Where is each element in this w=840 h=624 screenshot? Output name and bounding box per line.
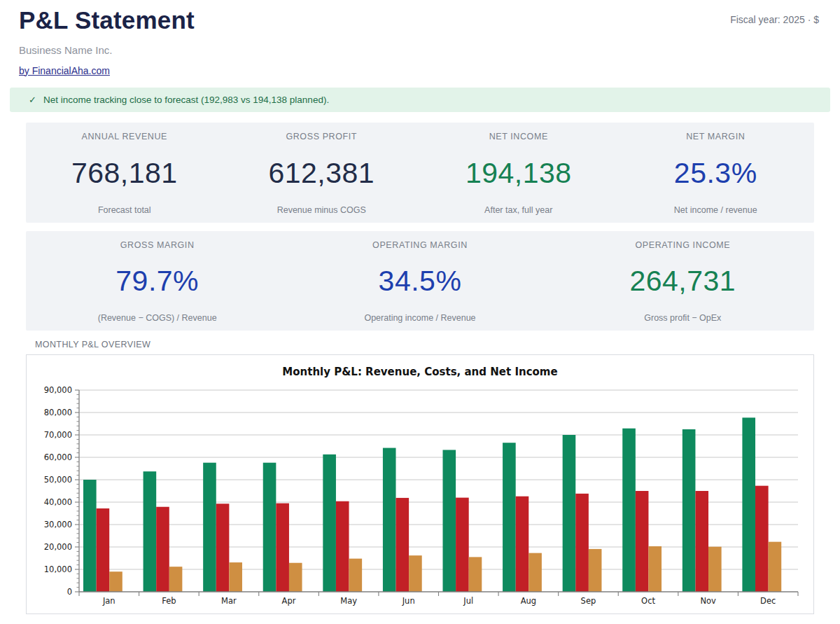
kpi-card-gross-margin: GROSS MARGIN 79.7% (Revenue − COGS) / Re… bbox=[26, 231, 288, 331]
kpi-label: NET MARGIN bbox=[686, 132, 745, 141]
kpi-card-operating-income: OPERATING INCOME 264,731 Gross profit − … bbox=[552, 231, 814, 331]
status-banner: ✓ Net income tracking close to forecast … bbox=[10, 88, 830, 112]
business-name-subtitle: Business Name Inc. bbox=[19, 44, 820, 56]
kpi-row-2: GROSS MARGIN 79.7% (Revenue − COGS) / Re… bbox=[26, 231, 814, 331]
bar-net-income-oct bbox=[648, 546, 662, 592]
bar-net-income-may bbox=[349, 558, 363, 591]
page-header: P&L Statement Fiscal year: 2025 · $ Busi… bbox=[0, 0, 840, 77]
page-title: P&L Statement bbox=[19, 7, 820, 34]
kpi-card-annual-revenue: ANNUAL REVENUE 768,181 Forecast total bbox=[26, 123, 223, 223]
kpi-sublabel: Net income / revenue bbox=[674, 205, 757, 215]
y-tick-label: 90,000 bbox=[44, 385, 72, 395]
y-tick-label: 60,000 bbox=[44, 452, 72, 462]
kpi-sublabel: After tax, full year bbox=[484, 205, 552, 215]
bar-costs-apr bbox=[276, 503, 289, 591]
x-tick-label: Jun bbox=[402, 596, 415, 606]
bar-net-income-sep bbox=[589, 548, 602, 591]
bar-revenue-sep bbox=[563, 435, 576, 592]
y-tick-label: 20,000 bbox=[44, 542, 72, 552]
y-tick-label: 40,000 bbox=[44, 497, 72, 507]
bar-costs-sep bbox=[575, 493, 589, 591]
x-tick-label: Feb bbox=[162, 596, 176, 606]
y-tick-label: 50,000 bbox=[44, 475, 72, 485]
monthly-pnl-chart-card: 010,00020,00030,00040,00050,00060,00070,… bbox=[26, 354, 814, 614]
bar-revenue-aug bbox=[503, 443, 516, 592]
y-tick-label: 80,000 bbox=[44, 408, 72, 417]
kpi-value: 34.5% bbox=[379, 267, 462, 296]
fiscal-year-note: Fiscal year: 2025 · $ bbox=[730, 14, 819, 25]
kpi-card-gross-profit: GROSS PROFIT 612,381 Revenue minus COGS bbox=[223, 123, 421, 223]
kpi-label: GROSS MARGIN bbox=[120, 240, 195, 250]
kpi-value: 264,731 bbox=[629, 267, 736, 296]
bar-net-income-apr bbox=[289, 562, 302, 591]
kpi-label: OPERATING INCOME bbox=[635, 240, 730, 250]
section-label-monthly-overview: MONTHLY P&L OVERVIEW bbox=[35, 340, 840, 349]
kpi-label: GROSS PROFIT bbox=[286, 132, 357, 141]
checkmark-icon: ✓ bbox=[29, 95, 36, 105]
x-tick-label: May bbox=[340, 596, 357, 606]
y-tick-label: 10,000 bbox=[44, 564, 72, 574]
bar-revenue-feb bbox=[144, 471, 157, 592]
x-tick-label: Mar bbox=[221, 596, 237, 606]
x-tick-label: Oct bbox=[641, 596, 655, 606]
kpi-sublabel: Forecast total bbox=[98, 205, 151, 215]
bar-net-income-dec bbox=[769, 541, 782, 591]
x-tick-label: Aug bbox=[521, 596, 536, 606]
bar-net-income-jan bbox=[109, 571, 122, 592]
bar-net-income-feb bbox=[169, 567, 183, 592]
x-tick-label: Nov bbox=[700, 596, 716, 606]
bar-costs-jul bbox=[456, 497, 469, 591]
bar-costs-oct bbox=[636, 491, 649, 592]
kpi-value: 79.7% bbox=[115, 267, 199, 296]
bar-revenue-may bbox=[323, 454, 336, 591]
monthly-pnl-bar-chart: 010,00020,00030,00040,00050,00060,00070,… bbox=[27, 355, 813, 613]
kpi-sublabel: Gross profit − OpEx bbox=[644, 313, 721, 323]
kpi-label: ANNUAL REVENUE bbox=[81, 132, 167, 141]
x-tick-label: Apr bbox=[282, 596, 296, 606]
x-tick-label: Sep bbox=[581, 596, 596, 606]
y-tick-label: 0 bbox=[67, 587, 72, 597]
financialaha-link[interactable]: by FinancialAha.com bbox=[19, 65, 110, 76]
kpi-label: OPERATING MARGIN bbox=[372, 240, 468, 250]
bar-revenue-dec bbox=[742, 417, 755, 592]
bar-net-income-aug bbox=[528, 553, 542, 591]
bar-revenue-oct bbox=[622, 428, 636, 591]
pnl-dashboard-page: { "header": { "title": "P&L Statement", … bbox=[0, 0, 840, 624]
bar-net-income-mar bbox=[229, 562, 242, 592]
kpi-value: 768,181 bbox=[71, 159, 178, 188]
bar-costs-jan bbox=[97, 508, 110, 591]
x-tick-label: Dec bbox=[760, 596, 776, 606]
y-tick-label: 30,000 bbox=[44, 520, 72, 529]
bar-costs-feb bbox=[156, 506, 169, 591]
kpi-value: 194,138 bbox=[465, 159, 572, 188]
bar-costs-mar bbox=[216, 504, 230, 592]
y-tick-label: 70,000 bbox=[44, 430, 72, 440]
bar-net-income-jun bbox=[409, 555, 422, 592]
bar-net-income-jul bbox=[469, 557, 482, 592]
kpi-sublabel: Revenue minus COGS bbox=[277, 205, 366, 215]
kpi-card-net-income: NET INCOME 194,138 After tax, full year bbox=[420, 123, 617, 223]
bar-revenue-nov bbox=[682, 429, 696, 592]
kpi-value: 25.3% bbox=[674, 159, 757, 188]
kpi-row-1: ANNUAL REVENUE 768,181 Forecast total GR… bbox=[26, 123, 814, 223]
bar-revenue-jun bbox=[383, 448, 396, 591]
bar-costs-jun bbox=[396, 497, 410, 591]
status-banner-text: Net income tracking close to forecast (1… bbox=[43, 95, 329, 105]
bar-revenue-apr bbox=[263, 462, 276, 591]
kpi-label: NET INCOME bbox=[489, 132, 548, 141]
bar-costs-dec bbox=[755, 485, 769, 591]
bar-costs-nov bbox=[695, 491, 708, 592]
bar-net-income-nov bbox=[708, 546, 722, 591]
x-tick-label: Jan bbox=[102, 596, 115, 606]
x-tick-label: Jul bbox=[463, 596, 473, 606]
kpi-card-net-margin: NET MARGIN 25.3% Net income / revenue bbox=[617, 123, 815, 223]
bar-revenue-jul bbox=[443, 450, 456, 592]
bar-revenue-jan bbox=[83, 480, 97, 592]
kpi-value: 612,381 bbox=[268, 159, 374, 188]
chart-title: Monthly P&L: Revenue, Costs, and Net Inc… bbox=[27, 366, 813, 378]
bar-costs-aug bbox=[516, 496, 529, 591]
kpi-sublabel: Operating income / Revenue bbox=[364, 313, 475, 323]
kpi-sublabel: (Revenue − COGS) / Revenue bbox=[98, 313, 217, 323]
kpi-card-operating-margin: OPERATING MARGIN 34.5% Operating income … bbox=[288, 231, 551, 331]
bar-revenue-mar bbox=[203, 462, 216, 591]
